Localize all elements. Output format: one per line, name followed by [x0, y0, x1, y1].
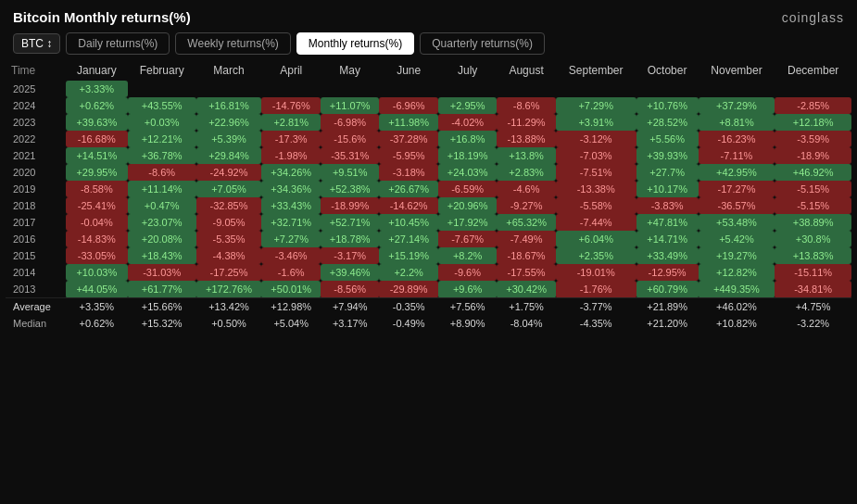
toolbar: BTC ↕ Daily returns(%) Weekly returns(%)… — [0, 29, 857, 60]
year-cell: 2021 — [6, 147, 66, 164]
value-cell: +16.8% — [438, 131, 497, 147]
value-cell: +39.46% — [321, 264, 379, 281]
col-jan: January — [66, 60, 128, 81]
value-cell: -7.03% — [556, 147, 636, 164]
table-header-row: Time January February March April May Ju… — [6, 60, 851, 81]
value-cell: +10.45% — [379, 214, 437, 231]
tab-monthly[interactable]: Monthly returns(%) — [296, 32, 414, 55]
value-cell: -16.23% — [699, 131, 775, 147]
value-cell: +26.67% — [379, 181, 437, 197]
value-cell: -12.95% — [636, 264, 699, 281]
value-cell: -5.15% — [775, 197, 851, 214]
year-cell: 2016 — [6, 231, 66, 247]
value-cell: -17.3% — [261, 131, 320, 147]
value-cell: -7.51% — [556, 164, 636, 181]
tab-quarterly[interactable]: Quarterly returns(%) — [420, 32, 545, 55]
value-cell: -6.59% — [438, 181, 497, 197]
value-cell — [438, 81, 497, 97]
value-cell: +61.77% — [128, 281, 196, 298]
value-cell: -8.6% — [497, 97, 555, 114]
value-cell: -8.58% — [66, 181, 128, 197]
col-oct: October — [636, 60, 699, 81]
median-cell: +3.17% — [321, 315, 379, 332]
year-cell: 2013 — [6, 281, 66, 298]
value-cell: +8.2% — [438, 247, 497, 264]
table-row: 2020+29.95%-8.6%-24.92%+34.26%+9.51%-3.1… — [6, 164, 851, 181]
average-cell: +1.75% — [497, 298, 555, 316]
value-cell: +3.33% — [66, 81, 128, 97]
value-cell: -5.35% — [196, 231, 262, 247]
tab-weekly[interactable]: Weekly returns(%) — [175, 32, 290, 55]
value-cell: +5.42% — [699, 231, 775, 247]
median-cell: +0.62% — [66, 315, 128, 332]
brand-logo: coinglass — [782, 10, 844, 25]
value-cell: +20.96% — [438, 197, 497, 214]
value-cell — [497, 81, 555, 97]
value-cell: +34.26% — [261, 164, 320, 181]
col-dec: December — [775, 60, 851, 81]
median-cell: +5.04% — [261, 315, 320, 332]
value-cell: +449.35% — [699, 281, 775, 298]
value-cell: +14.71% — [636, 231, 699, 247]
value-cell: +12.21% — [128, 131, 196, 147]
col-jul: July — [438, 60, 497, 81]
table-row: 2025+3.33% — [6, 81, 851, 97]
value-cell: +44.05% — [66, 281, 128, 298]
value-cell: +2.95% — [438, 97, 497, 114]
value-cell: -5.95% — [379, 147, 437, 164]
value-cell: +8.81% — [699, 114, 775, 131]
value-cell: -17.25% — [196, 264, 262, 281]
col-apr: April — [261, 60, 320, 81]
value-cell: +10.76% — [636, 97, 699, 114]
table-row: 2014+10.03%-31.03%-17.25%-1.6%+39.46%+2.… — [6, 264, 851, 281]
btc-selector[interactable]: BTC ↕ — [13, 33, 60, 54]
value-cell: +12.82% — [699, 264, 775, 281]
value-cell: +16.81% — [196, 97, 262, 114]
year-cell: 2017 — [6, 214, 66, 231]
value-cell: -3.59% — [775, 131, 851, 147]
value-cell: +13.83% — [775, 247, 851, 264]
value-cell: +33.43% — [261, 197, 320, 214]
year-cell: 2018 — [6, 197, 66, 214]
col-sep: September — [556, 60, 636, 81]
data-table-wrapper: Time January February March April May Ju… — [0, 60, 857, 332]
year-cell: 2024 — [6, 97, 66, 114]
average-cell: +46.02% — [699, 298, 775, 316]
value-cell: +46.92% — [775, 164, 851, 181]
value-cell: +29.95% — [66, 164, 128, 181]
tab-daily[interactable]: Daily returns(%) — [66, 32, 170, 55]
value-cell: +65.32% — [497, 214, 555, 231]
value-cell: -8.6% — [128, 164, 196, 181]
value-cell — [699, 81, 775, 97]
value-cell: +39.63% — [66, 114, 128, 131]
value-cell: +11.98% — [379, 114, 437, 131]
value-cell: +36.78% — [128, 147, 196, 164]
value-cell: -33.05% — [66, 247, 128, 264]
year-cell: 2025 — [6, 81, 66, 97]
value-cell: -13.38% — [556, 181, 636, 197]
value-cell: +7.27% — [261, 231, 320, 247]
value-cell: +47.81% — [636, 214, 699, 231]
value-cell: +13.8% — [497, 147, 555, 164]
average-cell: +3.35% — [66, 298, 128, 316]
median-cell: +15.32% — [128, 315, 196, 332]
value-cell: +2.35% — [556, 247, 636, 264]
value-cell: +18.19% — [438, 147, 497, 164]
table-row: 2023+39.63%+0.03%+22.96%+2.81%-6.98%+11.… — [6, 114, 851, 131]
value-cell: +7.05% — [196, 181, 262, 197]
value-cell: -6.98% — [321, 114, 379, 131]
value-cell: +7.29% — [556, 97, 636, 114]
value-cell: -4.02% — [438, 114, 497, 131]
table-row: 2015-33.05%+18.43%-4.38%-3.46%-3.17%+15.… — [6, 247, 851, 264]
value-cell: +34.36% — [261, 181, 320, 197]
value-cell: +32.71% — [261, 214, 320, 231]
value-cell: +29.84% — [196, 147, 262, 164]
value-cell: -1.6% — [261, 264, 320, 281]
value-cell: -6.96% — [379, 97, 437, 114]
value-cell: +60.79% — [636, 281, 699, 298]
average-cell: +15.66% — [128, 298, 196, 316]
median-cell: -3.22% — [775, 315, 851, 332]
value-cell: -14.83% — [66, 231, 128, 247]
value-cell: +9.51% — [321, 164, 379, 181]
value-cell: +28.52% — [636, 114, 699, 131]
